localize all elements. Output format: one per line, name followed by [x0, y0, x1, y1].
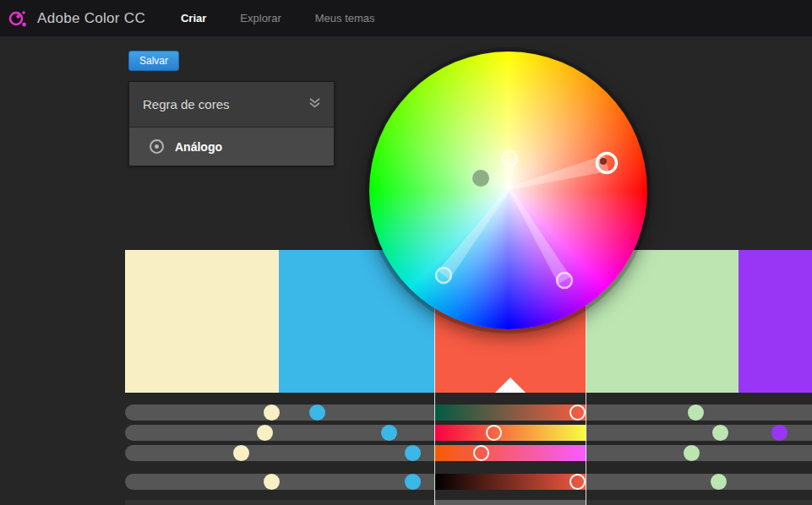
slider-gradient-r — [434, 405, 586, 421]
marker-base-beam — [510, 155, 609, 189]
slider-handle-g-swatch-5[interactable] — [771, 425, 787, 441]
slider-handle-b-swatch-4[interactable] — [684, 445, 700, 461]
color-rule-header[interactable]: Regra de cores — [129, 82, 334, 128]
color-wheel[interactable] — [369, 52, 647, 329]
slider-handle-selected-b[interactable] — [473, 445, 489, 461]
chevron-double-down-icon — [308, 96, 322, 112]
slider-handle-g-swatch-2[interactable] — [381, 425, 397, 441]
slider-handle-v-swatch-2[interactable] — [405, 474, 421, 490]
tab-criar[interactable]: Criar — [181, 12, 206, 24]
marker-cream-beam — [503, 159, 517, 188]
marker-base[interactable] — [597, 154, 617, 173]
tab-meus-temas[interactable]: Meus temas — [315, 12, 375, 24]
swatch-5[interactable] — [738, 250, 812, 393]
top-nav-bar: Adobe Color CC CriarExplorarMeus temas — [0, 0, 812, 36]
rule-item-label: Análogo — [175, 140, 222, 154]
marker-base-notch — [600, 158, 607, 165]
slider-gradient-g — [434, 425, 586, 441]
slider-gradient-b — [434, 445, 586, 461]
marker-green[interactable] — [472, 170, 489, 187]
slider-track-v[interactable] — [125, 474, 812, 490]
rule-item-analogous[interactable]: Análogo — [129, 128, 334, 166]
marker-blue[interactable] — [436, 268, 451, 283]
slider-handle-r-swatch-2[interactable] — [309, 405, 325, 421]
app-title: Adobe Color CC — [37, 10, 145, 27]
slider-track-g[interactable] — [125, 425, 812, 441]
slider-handle-b-swatch-1[interactable] — [233, 445, 249, 461]
marker-purple-beam — [509, 187, 571, 284]
slider-handle-g-swatch-4[interactable] — [712, 425, 728, 441]
hex-field-partial — [434, 500, 586, 505]
slider-handle-b-swatch-2[interactable] — [405, 445, 421, 461]
marker-purple[interactable] — [557, 273, 572, 288]
marker-cream[interactable] — [502, 151, 517, 166]
swatch-1[interactable] — [125, 250, 279, 393]
tab-explorar[interactable]: Explorar — [240, 12, 281, 24]
slider-handle-r-swatch-4[interactable] — [688, 405, 704, 421]
slider-handle-selected-r[interactable] — [569, 405, 586, 421]
slider-track-b[interactable] — [125, 445, 812, 461]
radio-selected-icon — [150, 139, 164, 154]
slider-gradient-v — [434, 474, 586, 490]
slider-track-r[interactable] — [125, 405, 812, 421]
color-rule-panel: Regra de cores Análogo — [128, 81, 335, 166]
top-nav-tabs: CriarExplorarMeus temas — [181, 12, 375, 24]
adobe-color-logo-icon[interactable] — [7, 8, 29, 30]
marker-blue-beam — [438, 187, 510, 280]
save-button[interactable]: Salvar — [128, 51, 179, 71]
slider-handle-g-swatch-1[interactable] — [257, 425, 273, 441]
color-rule-title: Regra de cores — [143, 97, 230, 111]
